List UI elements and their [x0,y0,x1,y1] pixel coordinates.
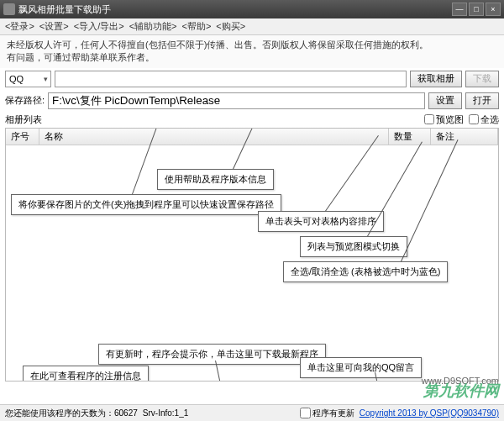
col-name[interactable]: 名称 [39,129,389,145]
callout-dragpath: 将你要保存图片的文件(夹)拖拽到程序里可以快速设置保存路径 [11,194,281,215]
update-checkbox-label: 程序有更新 [312,408,354,419]
table-header[interactable]: 序号 名称 数量 备注 [6,129,498,145]
col-note[interactable]: 备注 [431,129,498,145]
menu-login[interactable]: <登录> [5,20,34,33]
menu-settings[interactable]: <设置> [39,20,69,33]
callout-sort: 单击表头可对表格内容排序 [258,211,384,232]
callout-register: 在此可查看程序的注册信息 [23,366,149,382]
status-srv: Srv-Info:1_1 [143,408,188,418]
col-seq[interactable]: 序号 [6,129,39,145]
get-album-button[interactable]: 获取相册 [410,71,462,87]
callout-help: 使用帮助及程序版本信息 [157,169,274,190]
album-url-input[interactable] [55,71,407,87]
titlebar: 飘风相册批量下载助手 — □ × [0,0,504,18]
status-days: 您还能使用该程序的天数为：60627 [5,408,138,419]
menu-buy[interactable]: <购买> [216,20,245,33]
minimize-button[interactable]: — [452,3,467,16]
platform-select[interactable]: QQ [5,71,51,87]
preview-checkbox-label: 预览图 [436,113,464,126]
maximize-button[interactable]: □ [469,3,484,16]
close-button[interactable]: × [486,3,501,16]
callout-preview-toggle: 列表与预览图模式切换 [300,236,407,257]
set-path-button[interactable]: 设置 [428,92,462,109]
selectall-checkbox[interactable]: 全选 [469,113,499,126]
open-path-button[interactable]: 打开 [465,92,499,109]
save-path-label: 保存路径: [5,94,45,107]
menu-import[interactable]: <导入/导出> [74,20,124,33]
statusbar: 您还能使用该程序的天数为：60627 Srv-Info:1_1 程序有更新 Co… [0,404,504,421]
album-table: 序号 名称 数量 备注 使用帮助及程序版本信息 将你要保存图片的文件(夹)拖拽到… [5,128,499,382]
menu-aux[interactable]: <辅助功能> [129,20,177,33]
update-checkbox[interactable]: 程序有更新 [300,408,354,419]
menu-help[interactable]: <帮助> [181,20,211,33]
copyright-link[interactable]: Copyright 2013 by QSP(QQ9034790) [360,408,499,418]
window-title: 飘风相册批量下载助手 [18,3,452,16]
callout-update: 有更新时，程序会提示你，单击这里可下载最新程序 [98,344,326,365]
callout-qq: 单击这里可向我的QQ留言 [300,357,422,378]
callout-selectall: 全选/取消全选 (表格被选中时为蓝色) [283,261,448,282]
selectall-checkbox-label: 全选 [480,113,499,126]
download-button[interactable]: 下载 [465,71,499,87]
notice-text: 未经版权人许可，任何人不得擅自(包括但不限于)传播、出售。否则版权人将保留采取任… [0,35,504,68]
col-qty[interactable]: 数量 [389,129,431,145]
app-icon [3,3,15,15]
watermark-text: 第九软件网 [423,381,499,401]
album-list-label: 相册列表 [5,113,42,126]
preview-checkbox[interactable]: 预览图 [424,113,464,126]
platform-selected: QQ [9,74,24,84]
notice-line1: 未经版权人许可，任何人不得擅自(包括但不限于)传播、出售。否则版权人将保留采取任… [7,39,497,51]
save-path-input[interactable] [48,92,425,109]
menubar: <登录> <设置> <导入/导出> <辅助功能> <帮助> <购买> [0,18,504,35]
notice-line2: 有问题，可通过帮助菜单联系作者。 [7,51,497,64]
